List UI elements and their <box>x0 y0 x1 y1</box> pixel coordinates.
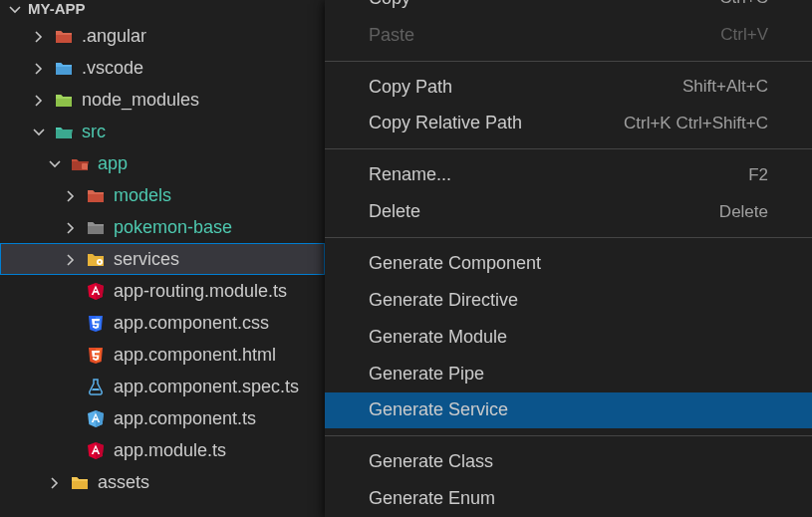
menu-separator <box>325 435 812 436</box>
css-icon <box>86 313 106 333</box>
angular-icon <box>86 440 106 460</box>
folder-assets[interactable]: assets <box>0 466 325 498</box>
file-app-routing-module[interactable]: app-routing.module.ts <box>0 275 325 307</box>
file-label: app.component.css <box>114 313 321 334</box>
chevron-right-icon <box>62 187 78 203</box>
folder-label: assets <box>98 472 321 493</box>
file-app-component-ts[interactable]: app.component.ts <box>0 402 325 434</box>
menu-item-generate-component[interactable]: Generate Component <box>325 245 812 282</box>
shortcut-label: Ctrl+C <box>719 0 768 8</box>
folder-vscode[interactable]: .vscode <box>0 52 325 84</box>
file-label: app.module.ts <box>114 440 321 461</box>
menu-label: Generate Module <box>369 327 507 348</box>
folder-icon <box>86 185 106 205</box>
folder-label: app <box>98 153 321 174</box>
menu-item-copy-path[interactable]: Copy Path Shift+Alt+C <box>325 69 812 106</box>
shortcut-label: Ctrl+K Ctrl+Shift+C <box>624 114 768 133</box>
menu-separator <box>325 148 812 149</box>
chevron-down-icon <box>46 155 62 171</box>
menu-item-copy-relative-path[interactable]: Copy Relative Path Ctrl+K Ctrl+Shift+C <box>325 106 812 142</box>
angular-icon <box>86 408 106 428</box>
folder-src[interactable]: src <box>0 116 325 147</box>
shortcut-label: Delete <box>719 202 768 222</box>
folder-angular[interactable]: .angular <box>0 20 325 52</box>
shortcut-label: Shift+Alt+C <box>682 77 768 97</box>
folder-label: src <box>82 122 321 142</box>
context-menu: Copy Ctrl+C Paste Ctrl+V Copy Path Shift… <box>325 0 812 517</box>
folder-label: models <box>114 185 321 206</box>
folder-label: pokemon-base <box>114 217 321 238</box>
html-icon <box>86 345 106 365</box>
menu-label: Generate Enum <box>369 488 495 509</box>
file-label: app.component.spec.ts <box>114 377 321 397</box>
angular-icon <box>86 281 106 301</box>
folder-open-icon <box>54 122 74 141</box>
menu-label: Copy Path <box>369 77 452 98</box>
folder-icon <box>54 58 74 78</box>
file-app-component-css[interactable]: app.component.css <box>0 307 325 339</box>
chevron-right-icon <box>46 474 62 490</box>
menu-item-delete[interactable]: Delete Delete <box>325 193 812 230</box>
menu-label: Copy <box>369 0 410 9</box>
folder-label: .angular <box>82 26 321 47</box>
chevron-down-icon <box>6 1 22 17</box>
menu-label: Copy Relative Path <box>369 113 522 133</box>
folder-icon <box>86 217 106 237</box>
menu-separator <box>325 237 812 238</box>
flask-icon <box>86 377 106 396</box>
menu-item-paste: Paste Ctrl+V <box>325 17 812 54</box>
menu-item-copy[interactable]: Copy Ctrl+C <box>325 0 812 17</box>
chevron-right-icon <box>62 251 78 267</box>
menu-label: Generate Component <box>369 253 541 274</box>
menu-label: Generate Pipe <box>369 364 484 385</box>
file-label: app.component.ts <box>114 408 321 429</box>
file-label: app-routing.module.ts <box>114 281 321 302</box>
menu-label: Paste <box>369 25 414 46</box>
folder-models[interactable]: models <box>0 179 325 211</box>
menu-label: Generate Directive <box>369 290 518 311</box>
file-explorer-sidebar: MY-APP .angular .vscode node_modules src… <box>0 0 325 517</box>
project-title: MY-APP <box>28 0 86 17</box>
file-app-component-html[interactable]: app.component.html <box>0 339 325 371</box>
explorer-section-header[interactable]: MY-APP <box>0 0 325 20</box>
shortcut-label: Ctrl+V <box>720 25 768 45</box>
chevron-right-icon <box>30 28 46 44</box>
menu-label: Generate Class <box>369 451 493 472</box>
menu-label: Generate Service <box>369 399 508 420</box>
menu-label: Rename... <box>369 164 451 185</box>
menu-item-generate-module[interactable]: Generate Module <box>325 319 812 356</box>
folder-services[interactable]: services <box>0 243 325 275</box>
menu-item-generate-directive[interactable]: Generate Directive <box>325 282 812 319</box>
menu-item-generate-class[interactable]: Generate Class <box>325 443 812 480</box>
folder-icon <box>54 26 74 46</box>
file-label: app.component.html <box>114 345 321 366</box>
folder-app[interactable]: app <box>0 147 325 179</box>
folder-node-modules[interactable]: node_modules <box>0 84 325 116</box>
folder-label: services <box>114 249 321 270</box>
file-tree: .angular .vscode node_modules src app mo… <box>0 20 325 498</box>
menu-item-rename[interactable]: Rename... F2 <box>325 156 812 193</box>
folder-gear-icon <box>86 249 106 269</box>
chevron-down-icon <box>30 124 46 139</box>
folder-pokemon-base[interactable]: pokemon-base <box>0 211 325 243</box>
shortcut-label: F2 <box>748 165 768 185</box>
folder-open-icon <box>70 153 90 173</box>
file-app-component-spec[interactable]: app.component.spec.ts <box>0 371 325 402</box>
chevron-right-icon <box>30 60 46 76</box>
menu-item-generate-enum[interactable]: Generate Enum <box>325 480 812 517</box>
menu-label: Delete <box>369 201 420 222</box>
menu-separator <box>325 61 812 62</box>
menu-item-generate-pipe[interactable]: Generate Pipe <box>325 356 812 392</box>
chevron-right-icon <box>30 92 46 108</box>
folder-icon <box>70 472 90 492</box>
folder-label: node_modules <box>82 90 321 111</box>
file-app-module[interactable]: app.module.ts <box>0 434 325 466</box>
folder-icon <box>54 90 74 110</box>
menu-item-generate-service[interactable]: Generate Service <box>325 392 812 429</box>
chevron-right-icon <box>62 219 78 235</box>
folder-label: .vscode <box>82 58 321 79</box>
